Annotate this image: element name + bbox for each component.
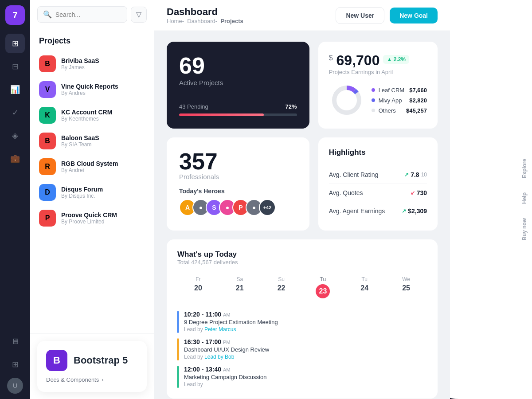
new-goal-button[interactable]: New Goal	[390, 8, 438, 23]
project-item[interactable]: V Vine Quick Reports By Andres	[30, 77, 154, 102]
bootstrap-icon: B	[46, 350, 67, 371]
project-name: RGB Cloud System	[61, 160, 145, 167]
highlight-row: Avg. Client Rating ↗ 7.8 10	[329, 166, 427, 184]
nav-user-number[interactable]: 7	[5, 5, 25, 25]
project-name: KC Account CRM	[61, 109, 145, 116]
event-lead: Lead by	[184, 381, 266, 387]
nav-icon-dashboard[interactable]: ⊞	[5, 34, 25, 53]
nav-icon-chart[interactable]: 📊	[5, 80, 25, 99]
event-ampm: AM	[223, 367, 231, 372]
bootstrap-card: B Bootstrap 5 Docs & Components ›	[37, 341, 147, 392]
event-lead-link[interactable]: Peter Marcus	[204, 326, 236, 332]
cal-day-num: 22	[262, 284, 301, 292]
ap-bottom: 43 Pending 72%	[179, 103, 297, 116]
search-input[interactable]	[55, 11, 121, 18]
left-nav: 7 ⊞ ⊟ 📊 ✓ ◈ 💼 🖥 ⊞ U	[0, 0, 30, 399]
trend-up-icon: ↗	[404, 172, 409, 178]
calendar-day[interactable]: Su 22	[261, 273, 302, 302]
legend-dot	[372, 98, 375, 102]
event-lead-link[interactable]: Lead by Bob	[204, 354, 234, 360]
event-name: Dashboard UI/UX Design Review	[184, 346, 269, 353]
nav-icon-modules[interactable]: ⊞	[5, 355, 25, 374]
project-by: By Andres	[61, 90, 145, 96]
sidebar-bottom: B Bootstrap 5 Docs & Components ›	[30, 333, 154, 399]
nav-icon-monitor[interactable]: 🖥	[5, 332, 25, 351]
cal-day-num: 23	[316, 284, 330, 298]
legend-value: $2,820	[409, 97, 427, 104]
cal-day-name: Su	[262, 276, 301, 282]
chevron-right-icon: ›	[102, 376, 103, 383]
project-by: By Keenthemes	[61, 116, 145, 122]
dashboard-content: 69 Active Projects 43 Pending 72%	[154, 31, 450, 399]
search-box[interactable]: 🔍	[37, 6, 127, 23]
filter-icon: ▽	[136, 10, 141, 19]
bootstrap-card-header: B Bootstrap 5	[46, 350, 138, 371]
heroes-avatars: A●S●P●+42	[179, 199, 297, 216]
earnings-dollar: $	[329, 54, 333, 62]
legend-item: Mivy App $2,820	[372, 97, 427, 104]
right-tab-explore[interactable]: Explore	[517, 152, 532, 185]
event-ampm: AM	[223, 312, 231, 317]
project-item[interactable]: P Proove Quick CRM By Proove Limited	[30, 205, 154, 231]
right-panel: ExploreHelpBuy now	[450, 0, 532, 399]
bootstrap-title: Bootstrap 5	[74, 355, 128, 366]
active-projects-number: 69	[179, 54, 297, 77]
event-name: Marketing Campaign Discussion	[184, 374, 266, 380]
trend-down-icon: ↙	[411, 190, 415, 196]
highlight-value: ↙ 730	[411, 189, 427, 196]
right-tab-buy-now[interactable]: Buy now	[517, 211, 532, 247]
event-content: 16:30 - 17:00 PM Dashboard UI/UX Design …	[184, 338, 269, 360]
event-bar	[177, 338, 179, 360]
project-icon: R	[39, 158, 56, 175]
event-content: 12:00 - 13:40 AM Marketing Campaign Disc…	[184, 366, 266, 387]
progress-bar	[179, 113, 297, 116]
legend-item: Leaf CRM $7,660	[372, 87, 427, 94]
right-tab-help[interactable]: Help	[517, 185, 532, 211]
bootstrap-link[interactable]: Docs & Components ›	[46, 376, 138, 383]
legend-dot	[372, 109, 375, 112]
filter-button[interactable]: ▽	[131, 7, 147, 23]
highlight-row: Avg. Agent Earnings ↗ $2,309	[329, 202, 427, 220]
legend-dot	[372, 88, 375, 92]
search-icon: 🔍	[43, 10, 52, 19]
calendar-day[interactable]: Tu 23	[302, 273, 344, 302]
new-user-button[interactable]: New User	[336, 7, 384, 24]
main-area: Dashboard Home- Dashboard- Projects New …	[154, 0, 450, 399]
project-item[interactable]: K KC Account CRM By Keenthemes	[30, 102, 154, 128]
project-icon: D	[39, 184, 56, 201]
project-item[interactable]: B Briviba SaaS By James	[30, 51, 154, 77]
nav-user-avatar[interactable]: U	[7, 378, 23, 394]
middle-row: 357 Professionals Today's Heroes A●S●P●+…	[167, 137, 438, 231]
calendar-day[interactable]: Fr 20	[177, 273, 219, 302]
event-time: 16:30 - 17:00 PM	[184, 338, 269, 345]
nav-icon-layers[interactable]: ◈	[5, 126, 25, 145]
legend-name: Leaf CRM	[379, 87, 406, 94]
cal-day-name: We	[387, 276, 425, 282]
project-icon: V	[39, 81, 56, 98]
nav-icon-grid[interactable]: ⊟	[5, 57, 25, 76]
event-time: 12:00 - 13:40 AM	[184, 366, 266, 373]
calendar-day[interactable]: Sa 21	[219, 273, 261, 302]
active-projects-card: 69 Active Projects 43 Pending 72%	[167, 42, 309, 129]
legend-item: Others $45,257	[372, 107, 427, 114]
highlight-row: Avg. Quotes ↙ 730	[329, 184, 427, 202]
cal-day-name: Sa	[221, 276, 259, 282]
project-icon: P	[39, 210, 56, 227]
project-item[interactable]: B Baloon SaaS By SIA Team	[30, 128, 154, 154]
right-tabs: ExploreHelpBuy now	[517, 152, 532, 247]
nav-icon-check[interactable]: ✓	[5, 103, 25, 122]
hero-more: +42	[259, 199, 276, 216]
earnings-legend: Leaf CRM $7,660 Mivy App $2,820 Others $…	[372, 87, 427, 114]
heroes-title: Today's Heroes	[179, 188, 297, 195]
project-item[interactable]: D Disqus Forum By Disqus Inc.	[30, 180, 154, 205]
trend-up-icon: ↗	[402, 208, 406, 214]
calendar-day[interactable]: Tu 24	[344, 273, 385, 302]
project-name: Briviba SaaS	[61, 57, 145, 64]
project-item[interactable]: R RGB Cloud System By Andrei	[30, 154, 154, 180]
project-by: By Disqus Inc.	[61, 193, 145, 199]
legend-value: $7,660	[409, 87, 427, 94]
event-name: 9 Degree Project Estimation Meeting	[184, 319, 278, 325]
earnings-label: Projects Earnings in April	[329, 69, 427, 75]
calendar-day[interactable]: We 25	[385, 273, 427, 302]
nav-icon-briefcase[interactable]: 💼	[5, 149, 25, 168]
